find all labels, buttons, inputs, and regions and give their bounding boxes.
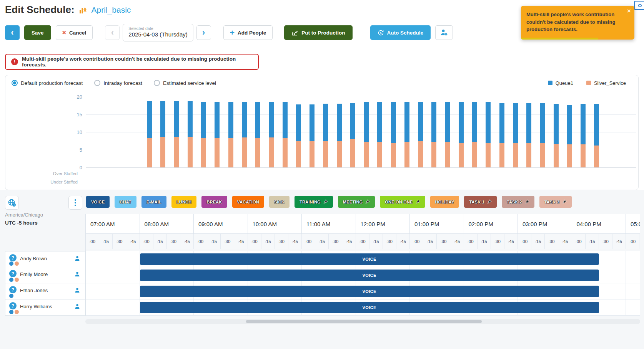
bar-silver-service-segment — [594, 146, 599, 167]
cancel-button[interactable]: × Cancel — [56, 25, 93, 40]
quarter-header-cell: :00 — [518, 234, 531, 249]
activity-button-break[interactable]: BREAK — [201, 196, 227, 208]
quarter-header-cell: :15 — [315, 234, 329, 249]
activity-label: TASK 3 — [544, 200, 560, 204]
auto-schedule-label: Auto Schedule — [387, 30, 424, 36]
toast-close-icon[interactable]: × — [627, 8, 631, 14]
radio-intraday-forecast[interactable]: Intraday forecast — [94, 80, 142, 86]
activity-button-holiday[interactable]: HOLIDAY — [430, 196, 459, 208]
legend-item-silver-service[interactable]: Silver_Service — [586, 80, 626, 86]
stacked-bar — [418, 102, 423, 167]
quarter-header-cell: :30 — [113, 234, 126, 249]
activity-button-vacation[interactable]: VACATION — [232, 196, 264, 208]
activity-button-one-on-one[interactable]: ONE ON ONE — [380, 196, 425, 208]
add-people-button[interactable]: + Add People — [223, 25, 273, 40]
hour-header-cell: 04:00 PM — [572, 214, 626, 234]
stacked-bar — [255, 102, 260, 167]
person-cell-emily-moore[interactable]: ?Emily Moore — [5, 267, 85, 283]
stacked-bar — [391, 102, 396, 167]
bar-queue1-segment — [377, 102, 382, 142]
person-icon[interactable] — [74, 287, 80, 295]
schedule-grid: 07:00 AM08:00 AM09:00 AM10:00 AM11:00 AM… — [85, 214, 640, 316]
schedule-cell[interactable] — [626, 267, 640, 283]
person-cell-andy-brown[interactable]: ?Andy Brown — [5, 251, 85, 267]
put-to-production-button[interactable]: Put to Production — [284, 25, 352, 40]
bar-silver-service-segment — [337, 141, 342, 167]
bar-queue1-segment — [310, 104, 315, 141]
activity-button-e-mail[interactable]: E-MAIL — [141, 196, 166, 208]
quarter-header-cell: :15 — [207, 234, 221, 249]
save-label: Save — [32, 30, 44, 36]
activity-button-chat[interactable]: CHAT — [115, 196, 136, 208]
save-button[interactable]: Save — [24, 25, 51, 40]
shift-bar-voice[interactable]: VOICE — [140, 302, 599, 313]
quarter-header-cell: :30 — [275, 234, 288, 249]
activity-label: ONE ON ONE — [385, 200, 413, 204]
pin-icon — [365, 199, 370, 204]
hour-header-cell: 05:00 PM — [626, 214, 640, 234]
radio-estimated-service-level[interactable]: Estimated service level — [154, 80, 216, 86]
quarter-header-cell: :15 — [153, 234, 167, 249]
activity-button-lunch[interactable]: LUNCH — [171, 196, 197, 208]
next-date-button[interactable]: › — [196, 25, 211, 40]
stacked-bar — [174, 101, 179, 167]
row-options-button[interactable] — [68, 196, 82, 210]
person-icon[interactable] — [74, 255, 80, 263]
stacked-bar — [310, 104, 315, 167]
schedule-cell[interactable] — [626, 299, 640, 315]
quarter-header-cell: :15 — [423, 234, 437, 249]
quarter-header-cell: :00 — [140, 234, 153, 249]
timezone-globe-button[interactable] — [5, 196, 19, 210]
activity-button-meeting[interactable]: MEETING — [338, 196, 375, 208]
selected-date-value: 2025-04-03 (Thursday) — [128, 31, 187, 38]
person-cell-ethan-jones[interactable]: ?Ethan Jones — [5, 283, 85, 299]
queue-dot-silver-service — [15, 310, 19, 314]
pin-icon — [524, 199, 529, 204]
bar-queue1-segment — [296, 104, 301, 141]
radio-label: Intraday forecast — [103, 80, 142, 86]
activity-button-sick[interactable]: SICK — [269, 196, 290, 208]
person-icon[interactable] — [74, 271, 80, 279]
activity-button-voice[interactable]: VOICE — [86, 196, 110, 208]
horizontal-scrollbar[interactable] — [85, 319, 640, 324]
schedule-name[interactable]: April_basic — [92, 5, 131, 15]
auto-schedule-button[interactable]: A Auto Schedule — [370, 25, 431, 40]
stacked-bar — [567, 105, 572, 167]
activity-button-task-2[interactable]: TASK 2 — [502, 196, 534, 208]
shift-bar-voice[interactable]: VOICE — [140, 270, 599, 281]
quarter-header-cell: :30 — [221, 234, 234, 249]
quarter-header-cell: :45 — [126, 234, 140, 249]
legend-item-queue1[interactable]: Queue1 — [548, 80, 573, 86]
hour-header-cell: 12:00 PM — [356, 214, 410, 234]
schedule-cell[interactable] — [626, 283, 640, 299]
selected-date-field[interactable]: Selected date 2025-04-03 (Thursday) — [123, 24, 193, 41]
header-divider — [0, 45, 644, 45]
chart-gridline — [86, 167, 636, 168]
chart-plot: 05101520 — [86, 97, 636, 167]
schedule-cell[interactable] — [626, 251, 640, 267]
person-icon[interactable] — [74, 303, 80, 311]
stacked-bar — [350, 103, 355, 167]
back-button[interactable]: ‹ — [5, 25, 20, 40]
people-settings-button[interactable] — [435, 25, 453, 40]
schedule-cell[interactable] — [86, 299, 140, 315]
activity-button-task-3[interactable]: TASK 3 — [539, 196, 572, 208]
person-cell-harry-williams[interactable]: ?Harry Williams — [5, 299, 85, 316]
radio-default-production-forecast[interactable]: Default production forecast — [12, 80, 83, 86]
shift-bar-voice[interactable]: VOICE — [140, 253, 599, 265]
schedule-cell[interactable] — [86, 267, 140, 283]
quarter-header-cell: :00 — [572, 234, 586, 249]
question-badge-icon: ? — [9, 270, 17, 277]
activity-button-training[interactable]: TRAINING — [295, 196, 333, 208]
activity-button-task-1[interactable]: TASK 1 — [464, 196, 497, 208]
stacked-bar — [445, 102, 450, 167]
schedule-cell[interactable] — [86, 283, 140, 299]
previous-date-button[interactable]: ‹ — [105, 25, 120, 40]
put-to-production-label: Put to Production — [301, 30, 345, 36]
scrollbar-thumb[interactable] — [246, 320, 482, 323]
schedule-cell[interactable] — [86, 251, 140, 267]
screen-capture-icon[interactable] — [634, 1, 644, 10]
shift-bar-voice[interactable]: VOICE — [140, 286, 599, 297]
stacked-bar — [323, 104, 328, 167]
bar-queue1-segment — [350, 103, 355, 139]
